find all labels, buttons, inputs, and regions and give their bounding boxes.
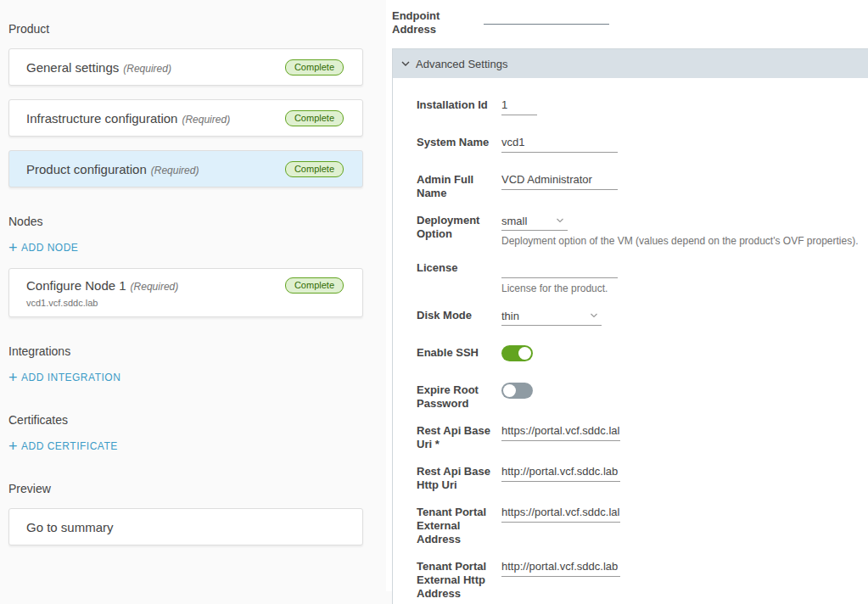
field-helper-text: Deployment option of the VM (values depe… (501, 235, 859, 248)
field-control (501, 344, 533, 361)
card-title-wrap: Product configuration(Required) (26, 162, 199, 176)
card-title-wrap: Infrastructure configuration(Required) (26, 111, 230, 126)
input-value: http://portal.vcf.sddc.lab (501, 465, 618, 478)
sidebar-section-nodes: Nodes+ADD NODEConfigure Node 1(Required)… (8, 215, 363, 317)
select-value: small (501, 215, 527, 227)
toggle-knob (503, 384, 516, 397)
input-rest-api-base-http-uri[interactable]: http://portal.vcf.sddc.lab (501, 462, 620, 482)
endpoint-address-field: Endpoint Address (392, 7, 868, 36)
input-system-name[interactable]: vcd1 (501, 133, 618, 153)
sidebar-section-preview: PreviewGo to summary (8, 482, 363, 545)
field-label: Installation Id (417, 96, 501, 112)
field-label: Rest Api Base Uri * (417, 422, 501, 451)
wizard-step-card-general-settings[interactable]: General settings(Required)Complete (8, 48, 363, 86)
card-title-wrap: General settings(Required) (26, 60, 171, 75)
card-title-wrap: Configure Node 1(Required) (26, 278, 178, 293)
field-control: 1 (501, 96, 537, 115)
status-badge: Complete (285, 59, 344, 76)
select-disk-mode[interactable]: thin (501, 306, 602, 326)
input-value: https://portal.vcf.sddc.lal (501, 506, 619, 518)
select-deployment-option[interactable]: small (501, 211, 568, 231)
add-add-integration-button[interactable]: +ADD INTEGRATION (8, 372, 120, 383)
advanced-settings-body: Installation Id1System Namevcd1Admin Ful… (393, 78, 868, 604)
input-admin-full-name[interactable]: VCD Administrator (501, 171, 618, 190)
endpoint-address-label: Endpoint Address (392, 7, 484, 36)
field-control: thin (501, 306, 602, 326)
wizard-sidebar: ProductGeneral settings(Required)Complet… (0, 0, 386, 604)
field-control: vcd1 (501, 133, 618, 153)
field-row-deployment-option: Deployment OptionsmallDeployment option … (417, 211, 859, 248)
endpoint-address-input[interactable] (484, 7, 609, 25)
field-row-installation-id: Installation Id1 (417, 96, 859, 122)
chevron-down-icon (590, 311, 598, 320)
field-label: Expire Root Password (417, 381, 501, 411)
field-control: License for the product. (501, 259, 618, 295)
field-row-rest-api-base-uri: Rest Api Base Uri *https://portal.vcf.sd… (417, 422, 859, 451)
field-row-license: LicenseLicense for the product. (417, 259, 859, 295)
wizard-step-card-infrastructure-configuration[interactable]: Infrastructure configuration(Required)Co… (8, 99, 363, 137)
field-row-tenant-portal-external-address: Tenant Portal External Addresshttps://po… (417, 503, 859, 546)
add-link-label: ADD INTEGRATION (21, 372, 120, 383)
page: ProductGeneral settings(Required)Complet… (0, 0, 868, 604)
field-row-enable-ssh: Enable SSH (417, 344, 859, 370)
chevron-down-icon (400, 59, 411, 69)
product-config-panel: Endpoint Address Advanced Settings Insta… (386, 0, 868, 591)
status-badge: Complete (285, 161, 344, 177)
input-tenant-portal-external-address[interactable]: https://portal.vcf.sddc.lal (501, 503, 620, 523)
field-row-rest-api-base-http-uri: Rest Api Base Http Urihttp://portal.vcf.… (417, 462, 859, 492)
field-label: Rest Api Base Http Uri (417, 462, 501, 492)
input-value: vcd1 (501, 136, 524, 148)
field-control: http://portal.vcf.sddc.lab (501, 557, 620, 577)
sidebar-section-certificates: Certificates+ADD CERTIFICATE (8, 413, 363, 455)
field-helper-text: License for the product. (501, 282, 618, 295)
wizard-step-card-configure-node-1[interactable]: Configure Node 1(Required)Completevcd1.v… (8, 268, 363, 317)
input-rest-api-base-uri[interactable]: https://portal.vcf.sddc.lal (501, 422, 620, 441)
card-title: Go to summary (26, 520, 114, 534)
add-add-certificate-button[interactable]: +ADD CERTIFICATE (8, 440, 118, 452)
select-value: thin (501, 310, 519, 322)
card-title: Infrastructure configuration (26, 111, 177, 126)
status-badge: Complete (285, 277, 344, 294)
input-tenant-portal-external-http-address[interactable]: http://portal.vcf.sddc.lab (501, 557, 620, 577)
card-title: General settings (26, 60, 119, 75)
field-control (501, 381, 533, 399)
field-row-expire-root-password: Expire Root Password (417, 381, 859, 411)
input-value: https://portal.vcf.sddc.lal (501, 424, 619, 437)
section-title-certificates: Certificates (8, 413, 363, 427)
field-row-system-name: System Namevcd1 (417, 133, 859, 159)
input-value: http://portal.vcf.sddc.lab (501, 560, 618, 573)
section-title-integrations: Integrations (8, 344, 363, 358)
input-installation-id[interactable]: 1 (501, 96, 537, 115)
toggle-expire-root-password[interactable] (501, 383, 533, 399)
field-control: http://portal.vcf.sddc.lab (501, 462, 620, 482)
add-add-node-button[interactable]: +ADD NODE (8, 242, 78, 254)
section-title-preview: Preview (8, 482, 363, 495)
wizard-step-card-go-to-summary[interactable]: Go to summary (8, 508, 363, 545)
toggle-enable-ssh[interactable] (501, 345, 533, 361)
card-title: Product configuration (26, 162, 147, 176)
input-value: 1 (501, 98, 507, 111)
field-label: Enable SSH (417, 344, 501, 360)
field-row-disk-mode: Disk Modethin (417, 306, 859, 333)
card-top: Configure Node 1(Required)Complete (26, 277, 344, 294)
card-title: Configure Node 1 (26, 278, 126, 293)
field-label: Tenant Portal External Http Address (417, 557, 501, 601)
field-label: Admin Full Name (417, 171, 501, 200)
sidebar-section-product: ProductGeneral settings(Required)Complet… (8, 22, 363, 187)
plus-icon: + (8, 440, 18, 452)
field-label: Disk Mode (417, 306, 501, 322)
field-row-tenant-portal-external-http-address: Tenant Portal External Http Addresshttp:… (417, 557, 859, 601)
advanced-settings-header[interactable]: Advanced Settings (393, 49, 868, 78)
section-title-nodes: Nodes (8, 215, 363, 228)
advanced-settings-title: Advanced Settings (416, 58, 507, 70)
node-hostname: vcd1.vcf.sddc.lab (26, 298, 344, 308)
section-title-product: Product (8, 22, 363, 36)
status-badge: Complete (285, 110, 344, 126)
chevron-down-icon (556, 216, 564, 225)
field-control: https://portal.vcf.sddc.lal (501, 503, 620, 523)
field-label: Tenant Portal External Address (417, 503, 501, 546)
sidebar-section-integrations: Integrations+ADD INTEGRATION (8, 344, 363, 386)
input-license[interactable] (501, 259, 618, 278)
wizard-step-card-product-configuration[interactable]: Product configuration(Required)Complete (8, 150, 363, 187)
advanced-settings-accordion: Advanced Settings Installation Id1System… (392, 48, 868, 604)
